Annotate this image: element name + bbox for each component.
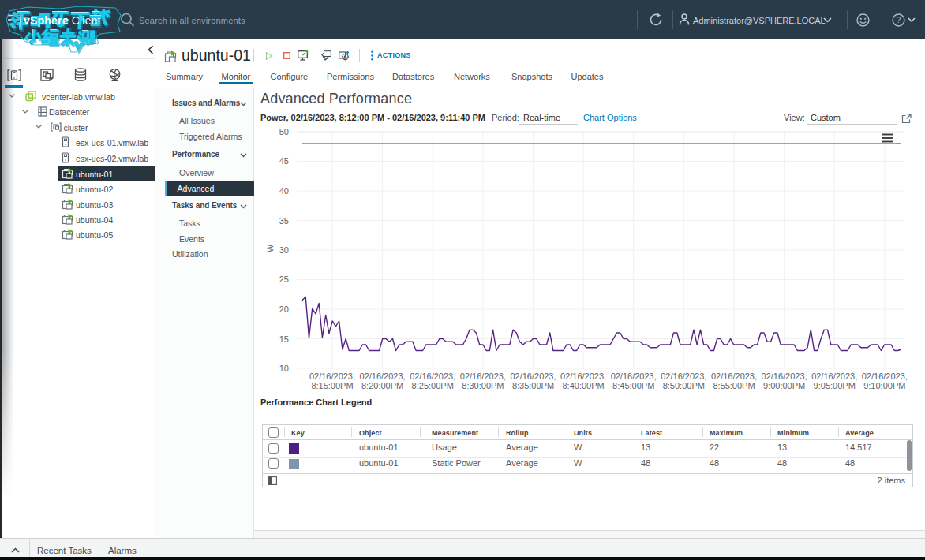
svg-text:15: 15 — [279, 334, 289, 344]
svg-text:02/16/2023,: 02/16/2023, — [862, 371, 908, 381]
svg-text:02/16/2023,: 02/16/2023, — [360, 371, 406, 381]
svg-text:8:50:00PM: 8:50:00PM — [663, 381, 705, 390]
svg-text:8:20:00PM: 8:20:00PM — [361, 381, 403, 390]
svg-text:02/16/2023,: 02/16/2023, — [611, 371, 657, 381]
svg-text:02/16/2023,: 02/16/2023, — [410, 371, 455, 381]
svg-text:02/16/2023,: 02/16/2023, — [711, 371, 757, 381]
svg-text:8:15:00PM: 8:15:00PM — [311, 381, 353, 390]
svg-text:8:25:00PM: 8:25:00PM — [412, 381, 454, 390]
svg-text:8:55:00PM: 8:55:00PM — [713, 381, 755, 390]
svg-text:9:10:00PM: 9:10:00PM — [863, 381, 905, 390]
svg-text:50: 50 — [279, 127, 289, 136]
svg-text:8:30:00PM: 8:30:00PM — [462, 381, 504, 390]
svg-text:30: 30 — [279, 245, 289, 255]
svg-text:10: 10 — [279, 364, 289, 373]
svg-text:9:05:00PM: 9:05:00PM — [814, 381, 856, 390]
svg-text:40: 40 — [279, 186, 289, 196]
svg-text:02/16/2023,: 02/16/2023, — [811, 371, 857, 381]
svg-text:02/16/2023,: 02/16/2023, — [510, 371, 556, 381]
svg-text:35: 35 — [279, 216, 289, 226]
svg-text:20: 20 — [279, 304, 289, 314]
svg-text:W: W — [265, 244, 275, 252]
svg-text:02/16/2023,: 02/16/2023, — [560, 371, 606, 381]
svg-text:02/16/2023,: 02/16/2023, — [309, 371, 355, 381]
svg-text:9:00:00PM: 9:00:00PM — [763, 381, 805, 390]
svg-text:8:35:00PM: 8:35:00PM — [512, 381, 554, 390]
svg-text:8:40:00PM: 8:40:00PM — [562, 381, 604, 390]
svg-text:02/16/2023,: 02/16/2023, — [661, 371, 706, 381]
svg-text:45: 45 — [279, 156, 289, 166]
svg-text:?: ? — [897, 15, 901, 24]
svg-text:02/16/2023,: 02/16/2023, — [762, 371, 807, 381]
svg-text:8:45:00PM: 8:45:00PM — [612, 381, 654, 390]
svg-text:02/16/2023,: 02/16/2023, — [460, 371, 506, 381]
svg-text:25: 25 — [279, 274, 289, 284]
